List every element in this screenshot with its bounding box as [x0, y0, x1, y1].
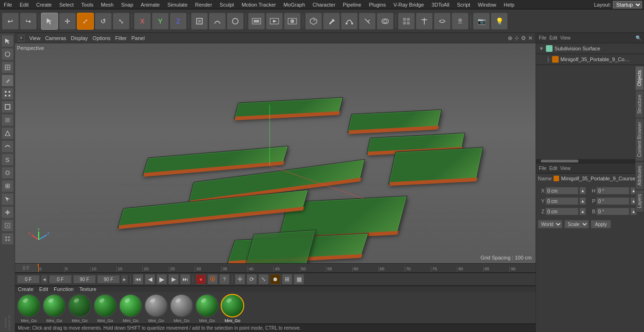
- right-panel-hscrollbar[interactable]: [536, 159, 644, 163]
- render-to-picture-viewer[interactable]: [284, 13, 301, 30]
- next-frame-button[interactable]: ▶: [168, 274, 179, 284]
- menu-pipeline[interactable]: Pipeline: [339, 1, 365, 8]
- start-frame-input[interactable]: [49, 275, 72, 283]
- material-item-6[interactable]: Mini_Go: [170, 294, 193, 323]
- material-menu-function[interactable]: Function: [54, 286, 74, 292]
- vp-icon-expand[interactable]: ⊕: [508, 35, 512, 41]
- vp-menu-view[interactable]: View: [29, 35, 41, 41]
- sidebar-morph-btn[interactable]: [1, 167, 14, 179]
- coord-x-up[interactable]: ▲: [579, 187, 586, 194]
- symmetry-button[interactable]: [416, 13, 433, 30]
- scale-dropdown[interactable]: Scale: [564, 220, 589, 228]
- x-axis-button[interactable]: X: [134, 13, 151, 30]
- menu-mesh[interactable]: Mesh: [97, 1, 117, 8]
- render-viewport-button[interactable]: [266, 13, 283, 30]
- material-menu-create[interactable]: Create: [18, 286, 33, 292]
- object-tree-item[interactable]: ├ Minigolf_35_Portable_9_Courses_: [536, 54, 644, 65]
- spline-wrap-button[interactable]: [434, 13, 451, 30]
- vp-menu-display[interactable]: Display: [71, 35, 88, 41]
- menu-snap[interactable]: Snap: [117, 1, 137, 8]
- material-item-5[interactable]: Mini_Go: [144, 294, 168, 323]
- menu-help[interactable]: Help: [500, 1, 519, 8]
- viewport-3d[interactable]: Perspective: [15, 43, 536, 263]
- sidebar-grid-btn[interactable]: [1, 233, 14, 245]
- world-dropdown[interactable]: World: [538, 220, 562, 228]
- sidebar-poly-mode[interactable]: [1, 114, 14, 126]
- menu-mograph[interactable]: MoGraph: [280, 1, 309, 8]
- sidebar-edge-mode[interactable]: [1, 101, 14, 113]
- sidebar-point-mode[interactable]: [1, 88, 14, 100]
- camera-button[interactable]: 📷: [473, 13, 490, 30]
- coord-b-input[interactable]: [596, 208, 629, 215]
- rp-search-icon[interactable]: 🔍: [636, 35, 641, 40]
- material-item-1[interactable]: Mini_Go: [42, 294, 66, 323]
- menu-tools[interactable]: Tools: [77, 1, 97, 8]
- end-frame-input-2[interactable]: [97, 275, 120, 283]
- boole-button[interactable]: [377, 13, 394, 30]
- menu-create[interactable]: Create: [33, 1, 56, 8]
- sidebar-arrow-tool[interactable]: [1, 35, 14, 47]
- sidebar-dynamics-btn[interactable]: [1, 180, 14, 192]
- render-region-button[interactable]: [248, 13, 265, 30]
- sidebar-texture-mode[interactable]: [1, 61, 14, 73]
- spline-button[interactable]: [209, 13, 226, 30]
- vp-menu-cameras[interactable]: Cameras: [45, 35, 66, 41]
- coord-z-input[interactable]: [545, 208, 578, 215]
- coord-y-input[interactable]: [545, 197, 578, 205]
- current-frame-input[interactable]: [17, 275, 40, 283]
- attr-file[interactable]: File: [539, 166, 546, 171]
- menu-edit[interactable]: Edit: [16, 1, 33, 8]
- sidebar-selection-btn[interactable]: [1, 193, 14, 205]
- menu-file[interactable]: File: [0, 1, 16, 8]
- scale-tool-button[interactable]: ⤢: [77, 13, 94, 30]
- sidebar-paint-mode[interactable]: [1, 74, 14, 87]
- coord-p-input[interactable]: [596, 197, 629, 205]
- rp-file[interactable]: File: [539, 35, 546, 40]
- vp-menu-panel[interactable]: Panel: [132, 35, 145, 41]
- menu-character[interactable]: Character: [309, 1, 339, 8]
- vp-menu-options[interactable]: Options: [92, 35, 110, 41]
- material-item-4[interactable]: Mini_Go: [119, 294, 142, 323]
- move-mode-btn[interactable]: ✛: [235, 274, 245, 284]
- cube-button[interactable]: [305, 13, 322, 30]
- menu-animate[interactable]: Animate: [137, 1, 164, 8]
- help-button[interactable]: ?: [219, 274, 230, 284]
- end-frame-input-1[interactable]: [73, 275, 96, 283]
- goto-start-button[interactable]: ⏮: [133, 274, 143, 284]
- material-item-2[interactable]: Mini_Go: [68, 294, 91, 323]
- goto-end-button[interactable]: ⏭: [180, 274, 190, 284]
- timeline-btn[interactable]: ▦: [294, 274, 304, 284]
- vp-icon-settings[interactable]: ⚙: [521, 35, 526, 41]
- grid-button[interactable]: [398, 13, 415, 30]
- record-mode-btn[interactable]: ⏺: [270, 274, 281, 284]
- material-item-3[interactable]: Mini_Go: [93, 294, 117, 323]
- coord-x-input[interactable]: [545, 187, 578, 194]
- attr-view[interactable]: View: [560, 166, 570, 171]
- menu-render[interactable]: Render: [191, 1, 216, 8]
- vp-icon-move[interactable]: ⊹: [514, 35, 519, 41]
- tab-structure[interactable]: Structure: [635, 90, 644, 118]
- prev-frame-button[interactable]: ◀: [145, 274, 155, 284]
- frame-arrow-right[interactable]: ▶: [121, 275, 128, 283]
- coord-h-input[interactable]: [596, 187, 629, 194]
- menu-window[interactable]: Window: [474, 1, 500, 8]
- sidebar-weight-btn[interactable]: S: [1, 154, 14, 166]
- auto-keyframe-button[interactable]: ⦿: [207, 274, 218, 284]
- scene-button[interactable]: [452, 13, 469, 30]
- sidebar-xref-btn[interactable]: [1, 219, 14, 232]
- material-menu-edit[interactable]: Edit: [39, 286, 48, 292]
- sidebar-snap-btn[interactable]: [1, 206, 14, 219]
- layout-dropdown[interactable]: Startup: [613, 1, 642, 8]
- rp-edit[interactable]: Edit: [549, 35, 557, 40]
- nurbs-button[interactable]: [227, 13, 244, 30]
- menu-motion-tracker[interactable]: Motion Tracker: [238, 1, 280, 8]
- apply-button[interactable]: Apply: [591, 220, 611, 228]
- redo-button[interactable]: ↪: [20, 13, 37, 30]
- tab-content-browser[interactable]: Content Browser: [635, 118, 644, 161]
- tab-objects[interactable]: Objects: [635, 66, 644, 90]
- y-axis-button[interactable]: Y: [152, 13, 169, 30]
- poly-object-button[interactable]: [191, 13, 208, 30]
- vp-menu-filter[interactable]: Filter: [115, 35, 126, 41]
- vp-icon-close[interactable]: ✕: [528, 35, 533, 41]
- undo-button[interactable]: ↩: [2, 13, 19, 30]
